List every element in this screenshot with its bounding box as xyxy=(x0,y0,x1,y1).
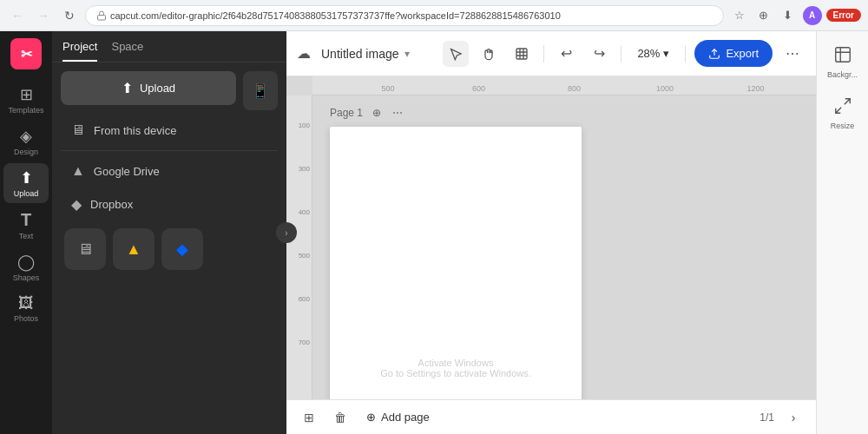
ruler-mark-v: 300 xyxy=(299,165,310,173)
design-icon: ◈ xyxy=(20,127,32,146)
bookmark-button[interactable]: ☆ xyxy=(729,5,750,26)
document-title[interactable]: Untitled image ▾ xyxy=(321,47,410,61)
sidebar-item-text[interactable]: T Text xyxy=(3,205,49,246)
profile-button[interactable]: A xyxy=(802,5,823,26)
watermark-line2: Go to Settings to activate Windows. xyxy=(380,368,531,378)
browser-actions: ☆ ⊕ ⬇ A Error xyxy=(729,5,861,26)
redo-button[interactable]: ↪ xyxy=(586,41,612,67)
upload-icon: ⬆ xyxy=(20,168,33,187)
shortcut-dropbox-icon: ◆ xyxy=(176,240,188,259)
sidebar-item-shapes[interactable]: ◯ Shapes xyxy=(3,247,49,287)
upload-row: ⬆ Upload 📱 xyxy=(61,71,278,110)
app-container: ✂ ⊞ Templates ◈ Design ⬆ Upload T Text ◯… xyxy=(0,31,868,434)
frame-tool-button[interactable] xyxy=(509,41,535,67)
gdrive-icon: ▲ xyxy=(71,163,85,179)
background-icon xyxy=(833,45,852,69)
page-card[interactable]: Page 1 ⊕ ⋯ Activate Windows Go to Settin… xyxy=(330,127,582,399)
sidebar-label-templates: Templates xyxy=(8,106,43,115)
gdrive-label: Google Drive xyxy=(94,165,160,178)
shortcut-dropbox-btn[interactable]: ◆ xyxy=(161,228,203,270)
logo-button[interactable]: ✂ xyxy=(10,38,42,69)
undo-button[interactable]: ↩ xyxy=(553,41,579,67)
hand-tool-button[interactable] xyxy=(476,41,502,67)
ruler-tick: 600 xyxy=(472,84,485,93)
page-duplicate-button[interactable]: ⊕ xyxy=(368,104,385,122)
panel-tabs: Project Space xyxy=(52,31,286,62)
zoom-control[interactable]: 28% ▾ xyxy=(630,43,676,63)
next-page-button[interactable]: › xyxy=(781,405,806,430)
upload-mobile-button[interactable]: 📱 xyxy=(243,71,278,110)
hand-icon xyxy=(482,47,496,61)
watermark: Activate Windows Go to Settings to activ… xyxy=(380,358,531,378)
shortcut-device-icon: 🖥 xyxy=(77,240,93,259)
ruler-tick: 1000 xyxy=(656,84,674,93)
refresh-button[interactable]: ↻ xyxy=(59,5,80,26)
svg-rect-3 xyxy=(835,48,850,62)
sidebar-label-shapes: Shapes xyxy=(13,273,40,282)
panel-content: ⬆ Upload 📱 🖥 From this device ▲ Google D… xyxy=(52,62,286,434)
tab-space[interactable]: Space xyxy=(111,40,143,62)
download-button[interactable]: ⬇ xyxy=(778,5,799,26)
ruler-mark-v: 700 xyxy=(299,339,310,346)
shortcut-device-btn[interactable]: 🖥 xyxy=(64,228,106,270)
page-more-button[interactable]: ⋯ xyxy=(389,104,406,122)
upload-button-label: Upload xyxy=(140,82,175,95)
logo-icon: ✂ xyxy=(21,46,32,62)
background-label: Backgr... xyxy=(827,70,858,79)
ruler-mark-v: 600 xyxy=(299,295,310,303)
sidebar-item-templates[interactable]: ⊞ Templates xyxy=(3,80,49,120)
resize-panel-icon xyxy=(833,96,852,115)
title-text: Untitled image xyxy=(321,47,399,61)
right-panel: Backgr... Resize xyxy=(816,31,868,434)
ruler-tick: 500 xyxy=(381,84,394,93)
upload-option-dropbox[interactable]: ◆ Dropbox xyxy=(61,187,278,221)
delete-button[interactable]: 🗑 xyxy=(328,405,352,430)
ruler-tick: 1200 xyxy=(746,84,764,93)
upload-option-gdrive[interactable]: ▲ Google Drive xyxy=(61,155,278,187)
device-icon: 🖥 xyxy=(71,122,85,138)
main-toolbar: ☁ Untitled image ▾ ↩ ↪ 28% ▾ xyxy=(286,31,816,76)
upload-arrow-icon: ⬆ xyxy=(122,80,133,96)
ruler-tick: 800 xyxy=(568,84,581,93)
toolbar-logo: ☁ xyxy=(297,45,311,62)
ruler-mark-v: 400 xyxy=(299,208,310,216)
tab-project[interactable]: Project xyxy=(62,40,97,62)
upload-option-device[interactable]: 🖥 From this device xyxy=(61,114,278,147)
sidebar-item-design[interactable]: ◈ Design xyxy=(3,122,49,161)
ruler-top: 500 600 800 1000 1200 xyxy=(312,76,816,95)
ruler-mark-v: 500 xyxy=(299,252,310,260)
zoom-level: 28% xyxy=(637,47,660,60)
export-icon xyxy=(708,48,720,60)
panel-collapse-button[interactable]: › xyxy=(276,222,297,243)
url-bar[interactable]: capcut.com/editor-graphic/2f64b28d751740… xyxy=(85,5,724,26)
sidebar-label-photos: Photos xyxy=(14,314,38,323)
url-text: capcut.com/editor-graphic/2f64b28d751740… xyxy=(110,10,561,21)
right-panel-background[interactable]: Backgr... xyxy=(820,38,865,86)
grid-view-button[interactable]: ⊞ xyxy=(297,405,321,430)
title-chevron-icon: ▾ xyxy=(404,48,410,60)
forward-button[interactable]: → xyxy=(33,5,54,26)
export-button[interactable]: Export xyxy=(694,40,773,67)
lock-icon xyxy=(96,10,107,21)
more-options-button[interactable]: ⋯ xyxy=(779,41,806,67)
canvas-workspace[interactable]: 500 600 800 1000 1200 100 300 400 500 60… xyxy=(286,76,816,399)
browser-bar: ← → ↻ capcut.com/editor-graphic/2f64b28d… xyxy=(0,0,868,31)
ruler-left: 100 300 400 500 600 700 xyxy=(286,95,312,399)
shortcut-gdrive-btn[interactable]: ▲ xyxy=(113,228,155,270)
sidebar-item-upload[interactable]: ⬆ Upload xyxy=(3,163,49,203)
cursor-icon xyxy=(449,47,463,61)
shapes-icon: ◯ xyxy=(17,253,35,272)
sidebar-label-text: Text xyxy=(19,232,34,240)
avatar: A xyxy=(803,6,822,25)
shortcut-gdrive-icon: ▲ xyxy=(126,240,141,259)
upload-button[interactable]: ⬆ Upload xyxy=(61,71,236,105)
select-tool-button[interactable] xyxy=(443,41,469,67)
back-button[interactable]: ← xyxy=(7,5,28,26)
add-page-button[interactable]: ⊕ Add page xyxy=(359,407,437,427)
extensions-button[interactable]: ⊕ xyxy=(753,5,774,26)
right-panel-resize[interactable]: Resize xyxy=(820,89,865,137)
toolbar-separator xyxy=(543,45,544,62)
dropbox-icon: ◆ xyxy=(71,196,82,213)
upload-panel: Project Space ⬆ Upload 📱 🖥 From this dev… xyxy=(52,31,286,434)
sidebar-item-photos[interactable]: 🖼 Photos xyxy=(3,289,49,328)
